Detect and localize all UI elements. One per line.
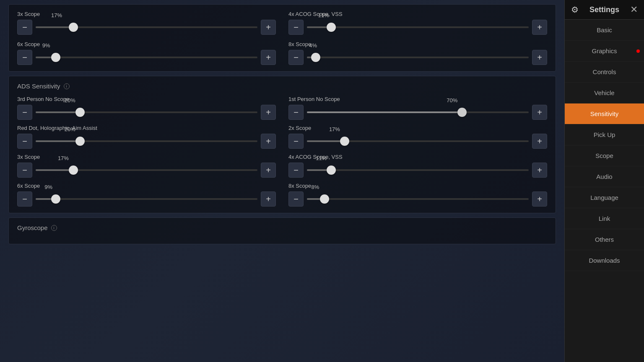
slider-label-3x-scope-ads: 3x Scope [17,154,276,160]
decrease-btn-4x-acog-top[interactable]: − [288,20,304,35]
sidebar-item-sensitivity[interactable]: Sensitivity [565,103,644,124]
slider-thumb-red-dot[interactable] [75,137,85,146]
slider-value-8x-scope-ads: 8% [312,184,326,190]
increase-btn-6x-scope-top[interactable]: + [261,50,276,65]
slider-value-1st-person: 70% [447,97,461,103]
slider-thumb-3rd-person[interactable] [75,108,85,117]
slider-track-1st-person [307,111,529,113]
increase-btn-8x-scope-top[interactable]: + [532,50,547,65]
slider-container-3x-scope-ads[interactable]: 17% [36,163,257,178]
sidebar-item-controls[interactable]: Controls [565,62,644,83]
ads-sliders-grid: 3rd Person No Scope − 20% + [17,96,547,207]
increase-btn-3rd-person[interactable]: + [261,105,276,120]
gear-icon: ⚙ [571,5,579,15]
sidebar-item-others[interactable]: Others [565,229,644,250]
slider-value-3rd-person: 20% [65,97,79,103]
sidebar-item-language[interactable]: Language [565,187,644,208]
slider-thumb-2x-scope-ads[interactable] [340,137,349,146]
slider-container-red-dot[interactable]: 20% [36,134,257,149]
slider-track-2x-scope-ads [307,140,529,142]
decrease-btn-red-dot[interactable]: − [17,134,32,149]
increase-btn-3x-scope-top[interactable]: + [261,20,276,35]
slider-fill-red-dot [36,140,80,142]
decrease-btn-8x-scope-ads[interactable]: − [288,191,304,207]
sidebar-item-link[interactable]: Link [565,208,644,229]
slider-thumb-3x-scope-top[interactable] [69,23,78,32]
slider-label-8x-scope-top: 8x Scope [288,41,547,47]
slider-container-3rd-person[interactable]: 20% [36,105,257,120]
slider-row-4x-acog-ads: − 11% + [288,163,547,178]
slider-value-red-dot: 20% [65,126,79,132]
slider-track-4x-acog-top [307,26,529,28]
increase-btn-4x-acog-ads[interactable]: + [532,163,547,178]
slider-value-6x-scope-ads: 9% [44,184,59,190]
slider-label-3rd-person: 3rd Person No Scope [17,96,276,102]
decrease-btn-8x-scope-top[interactable]: − [288,50,304,65]
ads-info-icon[interactable]: i [64,83,70,89]
slider-row-3rd-person: − 20% + [17,105,276,120]
decrease-btn-6x-scope-top[interactable]: − [17,50,32,65]
slider-thumb-1st-person[interactable] [457,108,467,117]
slider-label-red-dot: Red Dot, Holographic, Aim Assist [17,125,276,131]
slider-track-6x-scope-ads [36,198,257,200]
sidebar-item-vehicle[interactable]: Vehicle [565,83,644,103]
slider-thumb-6x-scope-ads[interactable] [51,194,60,204]
increase-btn-4x-acog-top[interactable]: + [532,20,547,35]
slider-row-3x-scope-top: − 17% + [17,20,276,35]
slider-group-6x-scope-top: 6x Scope − 9% + [17,41,276,65]
slider-value-3x-scope-ads: 17% [58,155,73,161]
slider-group-2x-scope-ads: 2x Scope − 17% + [288,125,547,149]
slider-container-6x-scope-top[interactable]: 9% [36,50,257,65]
sidebar-item-pickup[interactable]: Pick Up [565,124,644,145]
decrease-btn-3rd-person[interactable]: − [17,105,32,120]
top-sliders-grid: 3x Scope − 17% + [17,11,547,65]
slider-thumb-4x-acog-ads[interactable] [327,165,336,175]
increase-btn-1st-person[interactable]: + [532,105,547,120]
sidebar-item-basic[interactable]: Basic [565,20,644,41]
slider-thumb-6x-scope-top[interactable] [51,53,60,62]
slider-group-8x-scope-top: 8x Scope − 4% + [288,41,547,65]
increase-btn-6x-scope-ads[interactable]: + [261,191,276,207]
slider-thumb-8x-scope-top[interactable] [311,53,320,62]
slider-fill-3rd-person [36,111,80,113]
sidebar-item-downloads[interactable]: Downloads [565,250,644,271]
slider-container-3x-scope-top[interactable]: 17% [36,20,257,35]
slider-thumb-3x-scope-ads[interactable] [69,165,78,175]
slider-thumb-4x-acog-top[interactable] [327,23,336,32]
slider-thumb-8x-scope-ads[interactable] [320,194,329,204]
slider-container-8x-scope-top[interactable]: 4% [307,50,529,65]
slider-container-4x-acog-top[interactable]: 11% [307,20,529,35]
sidebar-item-scope[interactable]: Scope [565,145,644,166]
slider-track-8x-scope-ads [307,198,529,200]
increase-btn-red-dot[interactable]: + [261,134,276,149]
increase-btn-3x-scope-ads[interactable]: + [261,163,276,178]
slider-value-2x-scope-ads: 17% [329,126,344,132]
main-content: 3x Scope − 17% + [0,0,564,362]
decrease-btn-1st-person[interactable]: − [288,105,304,120]
increase-btn-2x-scope-ads[interactable]: + [532,134,547,149]
slider-row-8x-scope-ads: − 8% + [288,191,547,207]
decrease-btn-3x-scope-top[interactable]: − [17,20,32,35]
decrease-btn-6x-scope-ads[interactable]: − [17,191,32,207]
slider-label-1st-person: 1st Person No Scope [288,96,547,102]
slider-fill-1st-person [307,111,462,113]
ads-title-text: ADS Sensitivity [17,83,60,90]
close-button[interactable]: ✕ [630,4,638,15]
slider-track-4x-acog-ads [307,169,529,171]
decrease-btn-2x-scope-ads[interactable]: − [288,134,304,149]
slider-track-3x-scope-ads [36,169,257,171]
slider-row-1st-person: − 70% + [288,105,547,120]
decrease-btn-3x-scope-ads[interactable]: − [17,163,32,178]
decrease-btn-4x-acog-ads[interactable]: − [288,163,304,178]
slider-container-1st-person[interactable]: 70% [307,105,529,120]
gyroscope-info-icon[interactable]: i [51,225,57,231]
slider-container-6x-scope-ads[interactable]: 9% [36,191,257,207]
increase-btn-8x-scope-ads[interactable]: + [532,191,547,207]
slider-container-2x-scope-ads[interactable]: 17% [307,134,529,149]
ads-right-sliders: 1st Person No Scope − 70% + [288,96,547,207]
sidebar-item-audio[interactable]: Audio [565,166,644,187]
slider-container-4x-acog-ads[interactable]: 11% [307,163,529,178]
slider-container-8x-scope-ads[interactable]: 8% [307,191,529,207]
slider-group-4x-acog-ads: 4x ACOG Scope, VSS − 11% + [288,154,547,178]
sidebar-item-graphics[interactable]: Graphics [565,41,644,62]
